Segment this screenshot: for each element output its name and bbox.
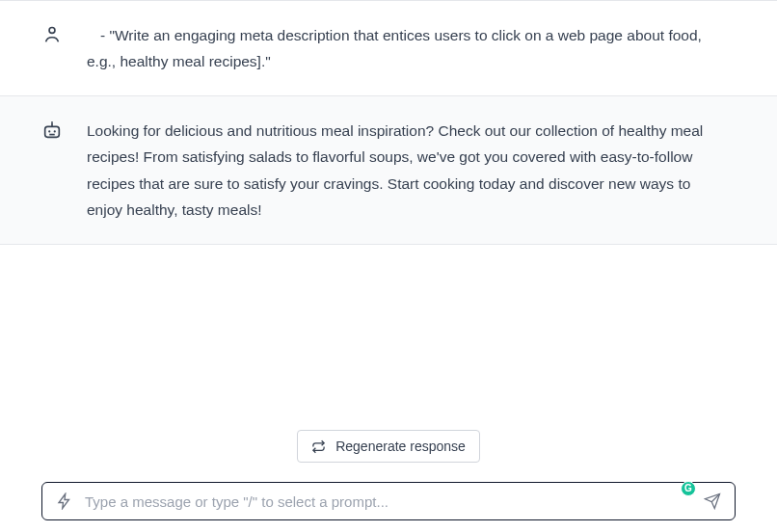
message-input[interactable] — [85, 493, 692, 510]
assistant-message-row: Looking for delicious and nutritious mea… — [0, 96, 777, 245]
svg-point-5 — [54, 131, 56, 133]
regenerate-button[interactable]: Regenerate response — [297, 430, 480, 463]
bolt-icon[interactable] — [56, 492, 73, 510]
user-message-text: - "Write an engaging meta description th… — [87, 22, 737, 74]
grammarly-badge-icon[interactable]: G — [681, 481, 696, 496]
send-button[interactable] — [704, 492, 721, 510]
svg-rect-1 — [45, 127, 60, 138]
user-icon — [41, 24, 63, 45]
message-input-container: G — [41, 482, 736, 520]
svg-point-0 — [49, 27, 55, 33]
user-message-row: - "Write an engaging meta description th… — [0, 1, 777, 96]
refresh-icon — [311, 439, 326, 454]
send-icon — [704, 492, 721, 510]
svg-point-3 — [51, 121, 53, 123]
assistant-message-text: Looking for delicious and nutritious mea… — [87, 118, 737, 223]
bottom-area: Regenerate response G — [0, 430, 777, 532]
user-avatar — [40, 22, 64, 74]
conversation: - "Write an engaging meta description th… — [0, 0, 777, 245]
regenerate-label: Regenerate response — [335, 439, 466, 454]
robot-icon — [41, 120, 63, 141]
assistant-avatar — [40, 118, 64, 223]
svg-point-4 — [48, 131, 50, 133]
